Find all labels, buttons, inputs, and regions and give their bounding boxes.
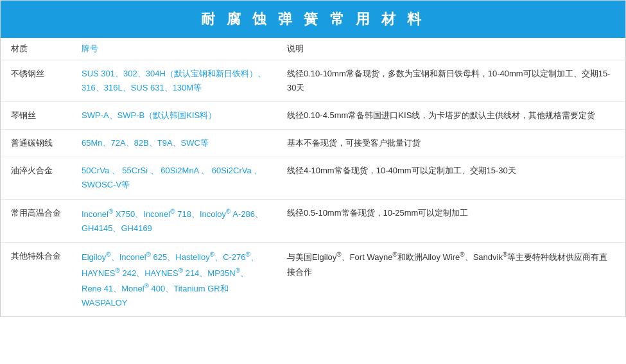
table-row: 油淬火合金50CrVa 、 55CrSi 、 60Si2MnA 、 60Si2C… [1, 157, 625, 199]
cell-brand: Inconel® X750、Inconel® 718、Incoloy® A-28… [71, 199, 277, 243]
cell-brand: SWP-A、SWP-B（默认韩国KIS料） [71, 102, 277, 130]
cell-material: 琴钢丝 [1, 102, 71, 130]
cell-brand: Elgiloy®、Inconel® 625、Hastelloy®、C-276®、… [71, 243, 277, 317]
cell-material: 常用高温合金 [1, 199, 71, 243]
cell-description: 与美国Elgiloy®、Fort Wayne®和欧洲Alloy Wire®、Sa… [277, 243, 625, 317]
page-title: 耐 腐 蚀 弹 簧 常 用 材 料 [1, 1, 625, 38]
cell-material: 普通碳钢线 [1, 130, 71, 157]
cell-description: 线径0.10-10mm常备现货，多数为宝钢和新日铁母料，10-40mm可以定制加… [277, 60, 625, 102]
table-row: 常用高温合金Inconel® X750、Inconel® 718、Incoloy… [1, 199, 625, 243]
table-row: 普通碳钢线65Mn、72A、82B、T9A、SWC等基本不备现货，可接受客户批量… [1, 130, 625, 157]
cell-brand: 50CrVa 、 55CrSi 、 60Si2MnA 、 60Si2CrVa 、… [71, 157, 277, 199]
table-row: 琴钢丝SWP-A、SWP-B（默认韩国KIS料）线径0.10-4.5mm常备韩国… [1, 102, 625, 130]
materials-table: 材质 牌号 说明 不锈钢丝SUS 301、302、304H（默认宝钢和新日铁料）… [1, 38, 625, 316]
col-header-brand: 牌号 [71, 38, 277, 60]
cell-description: 基本不备现货，可接受客户批量订货 [277, 130, 625, 157]
main-container: 耐 腐 蚀 弹 簧 常 用 材 料 材质 牌号 说明 不锈钢丝SUS 301、3… [0, 0, 626, 317]
cell-description: 线径0.5-10mm常备现货，10-25mm可以定制加工 [277, 199, 625, 243]
cell-description: 线径0.10-4.5mm常备韩国进口KIS线，为卡塔罗的默认主供线材，其他规格需… [277, 102, 625, 130]
cell-material: 不锈钢丝 [1, 60, 71, 102]
col-header-material: 材质 [1, 38, 71, 60]
cell-brand: 65Mn、72A、82B、T9A、SWC等 [71, 130, 277, 157]
table-header-row: 材质 牌号 说明 [1, 38, 625, 60]
table-wrapper: 材质 牌号 说明 不锈钢丝SUS 301、302、304H（默认宝钢和新日铁料）… [1, 38, 625, 316]
cell-material: 油淬火合金 [1, 157, 71, 199]
cell-material: 其他特殊合金 [1, 243, 71, 317]
cell-brand: SUS 301、302、304H（默认宝钢和新日铁料）、316、316L、SUS… [71, 60, 277, 102]
table-row: 不锈钢丝SUS 301、302、304H（默认宝钢和新日铁料）、316、316L… [1, 60, 625, 102]
cell-description: 线径4-10mm常备现货，10-40mm可以定制加工、交期15-30天 [277, 157, 625, 199]
col-header-description: 说明 [277, 38, 625, 60]
table-row: 其他特殊合金Elgiloy®、Inconel® 625、Hastelloy®、C… [1, 243, 625, 317]
